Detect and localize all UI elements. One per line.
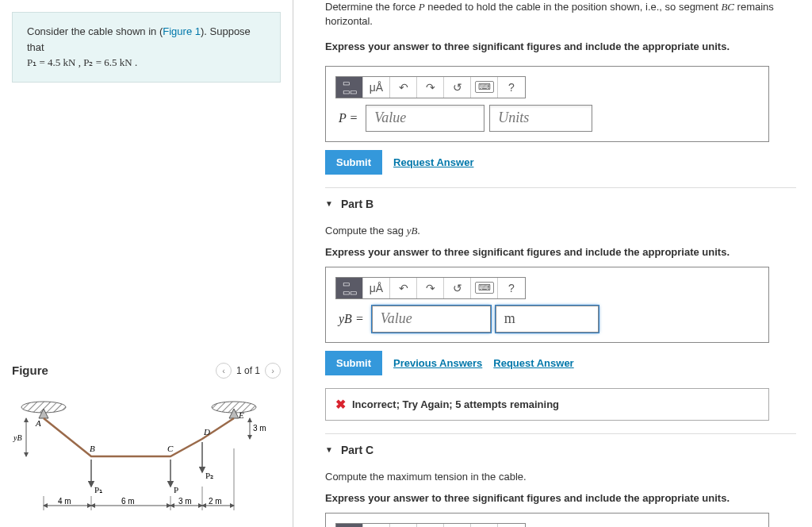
partB-value-input[interactable] <box>372 306 491 333</box>
problem-statement: Consider the cable shown in (Figure 1). … <box>12 12 281 83</box>
partC-header[interactable]: ▼ Part C <box>325 433 796 464</box>
feedback-text: Incorrect; Try Again; 5 attempts remaini… <box>352 398 559 410</box>
svg-text:P₁: P₁ <box>94 485 102 494</box>
partA-submit-button[interactable]: Submit <box>325 150 382 175</box>
keyboard-icon[interactable]: ⌨ <box>471 524 498 527</box>
partA-request-answer-link[interactable]: Request Answer <box>393 156 473 168</box>
undo-icon[interactable]: ↶ <box>390 524 417 527</box>
template-icon[interactable]: ▭▭▭ <box>336 77 363 98</box>
partB-previous-answers-link[interactable]: Previous Answers <box>393 357 482 369</box>
units-symbol-icon[interactable]: μÅ <box>363 77 390 98</box>
partA-units-input[interactable] <box>489 105 592 132</box>
partB-feedback: ✖ Incorrect; Try Again; 5 attempts remai… <box>325 388 769 421</box>
partC-toolbar: ▭▭▭ μÅ ↶ ↷ ↺ ⌨ ? <box>335 523 526 527</box>
partB-answer-box: ▭▭▭ μÅ ↶ ↷ ↺ ⌨ ? yB = m <box>325 267 769 343</box>
redo-icon[interactable]: ↷ <box>417 278 444 298</box>
svg-text:3 m: 3 m <box>253 424 266 433</box>
undo-icon[interactable]: ↶ <box>390 278 417 298</box>
partB-instruction: Express your answer to three significant… <box>325 244 796 260</box>
partB-units-input[interactable]: m <box>496 306 599 333</box>
collapse-icon: ▼ <box>325 199 333 208</box>
partB-header[interactable]: ▼ Part B <box>325 187 796 218</box>
help-icon[interactable]: ? <box>498 278 525 298</box>
svg-text:3 m: 3 m <box>178 497 192 506</box>
partC-title: Part C <box>341 444 373 456</box>
figure-image: A B C D E yB 3 m P₁ P P₂ <box>0 385 293 528</box>
partA-toolbar: ▭▭▭ μÅ ↶ ↷ ↺ ⌨ ? <box>335 76 526 98</box>
partC-instruction: Express your answer to three significant… <box>325 490 796 506</box>
reset-icon[interactable]: ↺ <box>444 278 471 298</box>
partA-answer-box: ▭▭▭ μÅ ↶ ↷ ↺ ⌨ ? P = <box>325 66 769 142</box>
keyboard-icon[interactable]: ⌨ <box>471 278 498 298</box>
partA-variable: P = <box>335 111 361 125</box>
svg-text:C: C <box>167 444 174 453</box>
givens: P₁ = 4.5 kN , P₂ = 6.5 kN . <box>27 56 137 68</box>
incorrect-icon: ✖ <box>335 397 346 412</box>
redo-icon[interactable]: ↷ <box>417 77 444 98</box>
reset-icon[interactable]: ↺ <box>444 77 471 98</box>
svg-text:A: A <box>35 418 41 428</box>
svg-text:yB: yB <box>13 433 22 442</box>
help-icon[interactable]: ? <box>498 524 525 527</box>
reset-icon[interactable]: ↺ <box>444 524 471 527</box>
svg-text:E: E <box>238 410 244 420</box>
partC-answer-box: ▭▭▭ μÅ ↶ ↷ ↺ ⌨ ? <box>325 513 769 527</box>
partA-instruction: Express your answer to three significant… <box>325 40 796 54</box>
figure-title: Figure <box>12 364 48 377</box>
problem-text-1: Consider the cable shown in ( <box>27 25 163 37</box>
partA-prompt: Determine the force P needed to hold the… <box>325 0 796 29</box>
figure-link[interactable]: Figure 1 <box>163 25 201 37</box>
units-symbol-icon[interactable]: μÅ <box>363 524 390 527</box>
collapse-icon: ▼ <box>325 445 333 454</box>
keyboard-icon[interactable]: ⌨ <box>471 77 498 98</box>
svg-text:6 m: 6 m <box>121 497 135 506</box>
pager-next-button[interactable]: › <box>265 363 281 379</box>
svg-text:4 m: 4 m <box>58 497 71 506</box>
svg-text:P: P <box>174 485 178 494</box>
partB-prompt: Compute the sag yB. <box>325 223 796 239</box>
template-icon[interactable]: ▭▭▭ <box>336 524 363 527</box>
svg-text:P₂: P₂ <box>205 471 213 480</box>
partB-submit-button[interactable]: Submit <box>325 351 382 375</box>
svg-text:2 m: 2 m <box>209 497 222 506</box>
svg-text:B: B <box>90 444 95 453</box>
partB-title: Part B <box>341 198 373 210</box>
units-symbol-icon[interactable]: μÅ <box>363 278 390 298</box>
help-icon[interactable]: ? <box>498 77 525 98</box>
partC-prompt: Compute the maximum tension in the cable… <box>325 469 796 485</box>
partA-value-input[interactable] <box>366 105 485 132</box>
svg-text:D: D <box>203 427 210 437</box>
pager-count: 1 of 1 <box>236 365 260 376</box>
redo-icon[interactable]: ↷ <box>417 524 444 527</box>
template-icon[interactable]: ▭▭▭ <box>336 278 363 298</box>
undo-icon[interactable]: ↶ <box>390 77 417 98</box>
partB-variable: yB = <box>335 312 367 326</box>
partB-request-answer-link[interactable]: Request Answer <box>493 357 573 369</box>
partB-toolbar: ▭▭▭ μÅ ↶ ↷ ↺ ⌨ ? <box>335 277 526 299</box>
figure-pager: ‹ 1 of 1 › <box>216 363 281 379</box>
pager-prev-button[interactable]: ‹ <box>216 363 232 379</box>
